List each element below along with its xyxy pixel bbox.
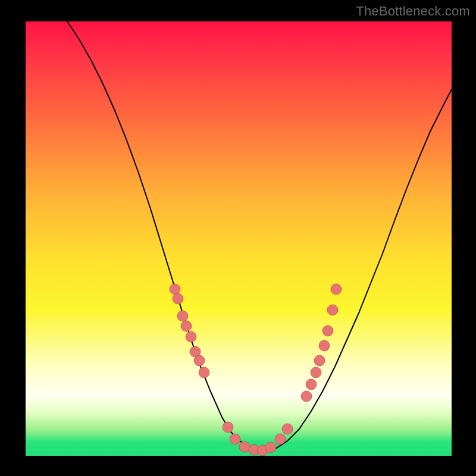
highlight-dot xyxy=(282,424,293,434)
watermark-text: TheBottleneck.com xyxy=(356,4,470,19)
highlight-dot xyxy=(223,422,233,433)
highlight-dot xyxy=(177,311,188,321)
highlight-dot xyxy=(230,434,240,444)
highlight-dot xyxy=(327,305,338,315)
highlight-dot xyxy=(239,441,250,452)
highlight-dot xyxy=(173,293,183,304)
chart-frame: TheBottleneck.com xyxy=(0,0,476,476)
highlight-dot xyxy=(314,355,325,366)
curve-svg xyxy=(26,21,452,456)
highlight-dot xyxy=(301,391,312,402)
highlight-dots-group xyxy=(170,284,342,456)
highlight-dot xyxy=(181,321,192,331)
highlight-dot xyxy=(186,331,196,342)
plot-area xyxy=(26,21,452,456)
highlight-dot xyxy=(306,379,317,390)
highlight-dot xyxy=(265,442,276,453)
highlight-dot xyxy=(275,434,286,444)
highlight-dot xyxy=(311,367,321,378)
highlight-dot xyxy=(194,355,205,366)
highlight-dot xyxy=(331,284,342,295)
highlight-dot xyxy=(322,325,333,336)
bottleneck-curve xyxy=(67,21,452,451)
highlight-dot xyxy=(199,367,209,378)
highlight-dot xyxy=(319,340,330,351)
highlight-dot xyxy=(170,284,180,295)
